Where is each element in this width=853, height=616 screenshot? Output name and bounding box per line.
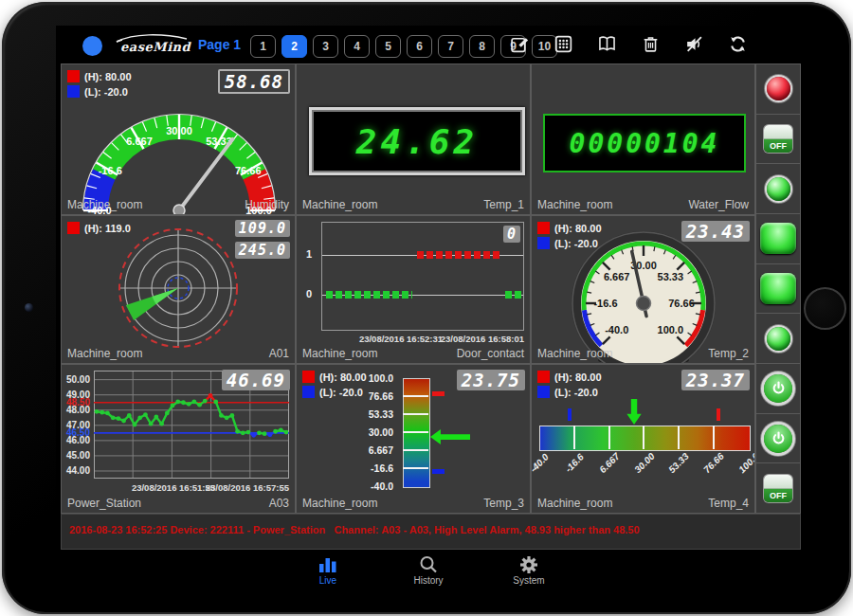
home-button[interactable]: [804, 287, 846, 330]
tab-system-label: System: [513, 575, 544, 586]
green-indicator-light-icon: [767, 327, 790, 351]
side-control-7-power-button[interactable]: [756, 364, 800, 414]
bar-segment-divider: [678, 426, 680, 449]
side-control-5-push-button-green[interactable]: [756, 264, 800, 315]
low-alarm-swatch: [537, 386, 550, 398]
gauge-tick-label: -16.6: [99, 165, 122, 176]
side-control-4-push-button-green[interactable]: [756, 214, 800, 264]
low-alarm-swatch: [302, 386, 315, 398]
tab-history-label: History: [413, 575, 443, 586]
a03-y-tick-label: 46.00: [62, 435, 90, 445]
temp4-gradient-bar: [539, 426, 751, 451]
refresh-icon[interactable]: [728, 34, 748, 54]
side-control-8-power-button[interactable]: [756, 414, 800, 464]
gauge-tick-label: 53.33: [658, 271, 684, 282]
side-control-3-indicator-green[interactable]: [756, 164, 800, 214]
humidity-value-display: 58.68: [218, 69, 290, 94]
bar-segment-divider: [403, 413, 428, 415]
bar-segment-divider: [403, 449, 428, 451]
door-status-segment: [417, 251, 499, 259]
x-axis-end-label: 23/08/2016 16:58:01: [441, 334, 524, 344]
widget-humidity-gauge: (H): 80.00 (L): -20.0 58.68 -40.0-16.66.…: [61, 63, 296, 215]
rocker-switch-icon: OFF: [764, 475, 792, 502]
edit-icon[interactable]: [510, 34, 530, 54]
page-button-6[interactable]: 6: [407, 35, 432, 58]
bar-segment-divider: [643, 426, 644, 449]
page-button-8[interactable]: 8: [469, 35, 495, 58]
trash-icon[interactable]: [641, 34, 661, 54]
gauge-tick-label: 100.0: [658, 324, 684, 335]
status-dot-icon[interactable]: [82, 36, 102, 56]
y-label-0: 0: [306, 288, 312, 299]
page-button-3[interactable]: 3: [313, 35, 338, 58]
channel-name: A03: [269, 497, 289, 510]
widget-a03-trend: 50.0049.0048.5048.0047.0046.5046.0045.00…: [61, 364, 296, 514]
live-chart-icon: [318, 555, 338, 574]
side-control-2-rocker-switch[interactable]: OFF: [756, 115, 800, 165]
low-alarm-label: (L): -20.0: [319, 387, 363, 398]
temp3-value-pointer-icon: [430, 429, 470, 444]
page-button-2[interactable]: 2: [281, 35, 307, 58]
a03-y-tick-label: 45.00: [62, 450, 90, 461]
low-alarm-label: (L): -20.0: [554, 387, 598, 398]
side-button-column: OFFOFF: [755, 63, 801, 514]
mute-icon[interactable]: [684, 34, 704, 54]
toolbar: easeMind Page 1 12345678910: [56, 29, 801, 63]
temp4-tick-label: -40.0: [531, 445, 556, 480]
widget-temp3-bar: (H): 80.00 (L): -20.0 23.75 Machine_room…: [296, 364, 531, 514]
tab-live[interactable]: Live: [301, 555, 354, 586]
a03-value-display: 46.69: [222, 370, 290, 390]
temp3-tick-label: 6.667: [297, 444, 393, 456]
tablet-frame: easeMind Page 1 12345678910 (H): 80.00 (…: [2, 2, 851, 614]
gauge-tick-label: 30.00: [166, 125, 192, 136]
temp3-tick-label: 53.33: [297, 408, 393, 420]
channel-name: Temp_2: [708, 347, 749, 360]
high-alarm-label: (H): 119.0: [84, 223, 131, 234]
temp4-legend: (H): 80.00 (L): -20.0: [537, 371, 602, 401]
bar-segment-divider: [713, 426, 715, 449]
page-button-4[interactable]: 4: [344, 35, 370, 58]
high-alarm-label: (H): 80.00: [319, 371, 367, 383]
digital-display-bezel: 24.62: [309, 107, 525, 175]
low-alarm-label: (L): -20.0: [554, 238, 598, 249]
temp3-tick-label: -40.0: [297, 480, 393, 492]
device-name: Machine_room: [302, 198, 377, 211]
green-indicator-light-icon: [767, 177, 790, 201]
green-push-button-icon: [760, 273, 796, 304]
bookmarks-icon[interactable]: [597, 34, 617, 54]
alarm-bar[interactable]: 2016-08-23 16:52:25 Device: 222111 - Pow…: [61, 514, 801, 550]
tab-history[interactable]: History: [402, 555, 455, 586]
door-status-segment: [505, 291, 523, 299]
bar-segment-divider: [608, 426, 610, 449]
device-name: Machine_room: [67, 198, 142, 211]
temp4-value-display: 23.37: [681, 370, 750, 390]
page-button-5[interactable]: 5: [375, 35, 401, 58]
high-alarm-label: (H): 80.00: [554, 223, 602, 234]
channel-name: A01: [269, 347, 289, 360]
side-control-9-rocker-switch[interactable]: OFF: [756, 463, 800, 513]
page-button-7[interactable]: 7: [438, 35, 463, 58]
low-alarm-marker: [432, 469, 445, 474]
widget-doorcontact-status: 0 1 0 23/08/2016 16:52:31 23/08/2016 16:…: [296, 215, 531, 364]
side-control-1-indicator-red[interactable]: [756, 64, 800, 115]
x-axis-end-label: 23/08/2016 16:57:55: [206, 482, 289, 493]
temp2-legend: (H): 80.00 (L): -20.0: [537, 222, 602, 252]
side-control-6-indicator-green[interactable]: [756, 314, 800, 364]
high-alarm-swatch: [67, 222, 80, 234]
low-alarm-swatch: [67, 85, 80, 98]
keypad-icon[interactable]: [554, 34, 573, 54]
channel-name: Temp_4: [708, 497, 749, 510]
gauge-tick-label: -16.6: [593, 298, 617, 309]
page-button-1[interactable]: 1: [250, 35, 276, 58]
device-name: Machine_room: [537, 198, 612, 211]
temp3-legend: (H): 80.00 (L): -20.0: [302, 371, 367, 401]
a01-value-top: 109.0: [235, 220, 290, 237]
a03-y-tick-label: 44.00: [62, 465, 90, 476]
tab-live-label: Live: [319, 575, 336, 586]
counter-frame: 00000104: [543, 114, 746, 172]
tab-system[interactable]: System: [502, 555, 555, 586]
gauge-tick-label: 6.667: [126, 136, 153, 147]
high-alarm-label: (H): 80.00: [554, 371, 602, 383]
temp2-value-display: 23.43: [681, 221, 750, 242]
channel-name: Humidity: [245, 198, 289, 211]
